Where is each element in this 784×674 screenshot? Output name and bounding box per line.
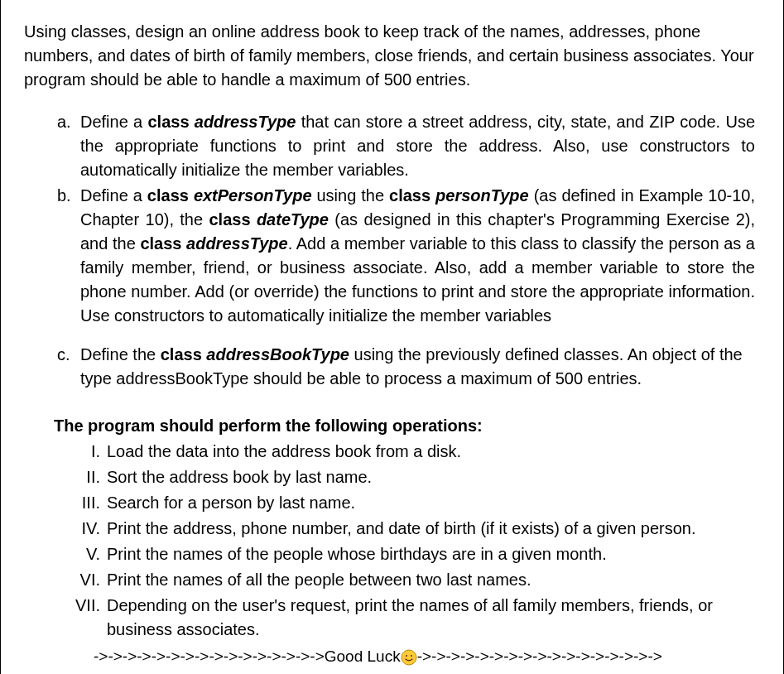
text: Define a <box>80 113 147 131</box>
lettered-list: a. Define a class addressType that can s… <box>24 110 755 391</box>
svg-point-2 <box>411 655 412 657</box>
text: using the <box>312 186 390 205</box>
roman-text: Print the address, phone number, and dat… <box>107 519 696 537</box>
text: Define a <box>80 186 147 205</box>
roman-text: Depending on the user's request, print t… <box>107 596 713 638</box>
roman-item-7: VII. Depending on the user's request, pr… <box>107 594 755 642</box>
roman-marker: III. <box>62 491 100 515</box>
svg-point-3 <box>403 657 405 659</box>
class-keyword: class <box>209 210 256 229</box>
roman-marker: II. <box>62 465 100 489</box>
svg-point-1 <box>406 655 407 657</box>
roman-text: Sort the address book by last name. <box>107 468 372 486</box>
class-name: addressType <box>195 113 296 131</box>
roman-item-2: II. Sort the address book by last name. <box>107 465 755 489</box>
roman-marker: IV. <box>62 517 100 541</box>
operations-header: The program should perform the following… <box>54 414 755 438</box>
roman-list: I. Load the data into the address book f… <box>24 440 755 642</box>
item-b: b. Define a class extPersonType using th… <box>80 184 755 328</box>
roman-text: Print the names of the people whose birt… <box>107 545 607 563</box>
roman-marker: VII. <box>62 594 100 618</box>
roman-marker: I. <box>62 440 100 464</box>
item-c: c. Define the class addressBookType usin… <box>80 343 755 391</box>
smiley-icon <box>401 649 417 666</box>
roman-text: Search for a person by last name. <box>107 493 355 512</box>
roman-item-5: V. Print the names of the people whose b… <box>107 542 755 566</box>
arrows-right: ->->->->->->->->->->->->->->->->-> <box>417 648 662 665</box>
footer-goodluck: ->->->->->->->->->->->->->->->->Good Luc… <box>94 645 755 668</box>
roman-item-1: I. Load the data into the address book f… <box>107 440 755 464</box>
class-name: personType <box>435 186 529 205</box>
roman-marker: V. <box>62 542 100 566</box>
class-name: dateType <box>257 210 329 229</box>
class-keyword: class <box>147 113 194 131</box>
roman-item-3: III. Search for a person by last name. <box>107 491 755 515</box>
arrows-left: ->->->->->->->->->->->->->->->->Good Luc… <box>94 648 401 665</box>
svg-point-4 <box>411 657 413 659</box>
class-keyword: class <box>161 345 207 363</box>
roman-item-4: IV. Print the address, phone number, and… <box>107 517 755 541</box>
class-keyword: class <box>389 186 435 205</box>
svg-point-0 <box>402 650 416 665</box>
class-name: addressBookType <box>206 345 349 363</box>
class-name: extPersonType <box>194 186 312 205</box>
text: Define the <box>80 345 161 363</box>
class-keyword: class <box>147 186 194 205</box>
roman-item-6: VI. Print the names of all the people be… <box>107 568 755 592</box>
item-a: a. Define a class addressType that can s… <box>80 110 755 182</box>
marker-c: c. <box>57 343 70 367</box>
roman-marker: VI. <box>62 568 100 592</box>
intro-paragraph: Using classes, design an online address … <box>24 20 755 92</box>
class-name: addressType <box>186 234 288 253</box>
roman-text: Load the data into the address book from… <box>107 442 461 460</box>
marker-b: b. <box>57 184 71 208</box>
roman-text: Print the names of all the people betwee… <box>107 570 531 589</box>
marker-a: a. <box>57 110 71 134</box>
class-keyword: class <box>140 234 186 253</box>
